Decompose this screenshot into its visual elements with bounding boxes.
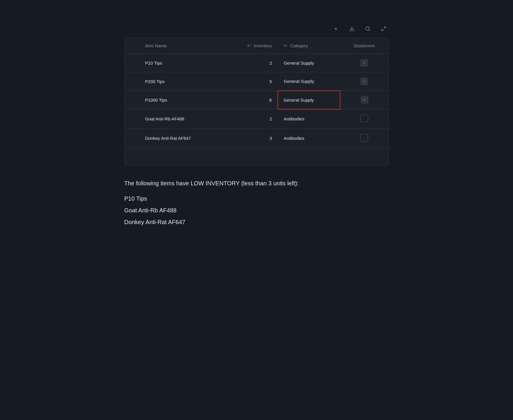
add-button[interactable]: + [331, 23, 341, 34]
cell-inventory[interactable]: 5 [224, 72, 278, 91]
cell-item-name[interactable] [139, 148, 224, 166]
inventory-sort-icon: ≡↑ [247, 43, 251, 48]
cell-row-num [125, 91, 139, 109]
cell-row-num [125, 54, 139, 72]
low-inventory-list: P10 TipsGoat Anti-Rb AF488Donkey Anti-Ra… [124, 194, 389, 227]
cell-item-name[interactable]: P10 Tips [139, 54, 224, 72]
low-inventory-section: The following items have LOW INVENTORY (… [124, 180, 389, 229]
cell-row-num [125, 129, 139, 148]
cell-stockroom[interactable]: ✓ [340, 54, 389, 72]
inventory-table: Item Name ≡↑ Inventory ≡↑ Category [125, 38, 389, 166]
table-row: Goat Anti-Rb AF4882Antibodies [125, 109, 389, 129]
low-inventory-item: Donkey Anti-Rat AF647 [124, 217, 389, 227]
col-header-item-name[interactable]: Item Name [139, 38, 224, 54]
search-button[interactable] [362, 23, 373, 34]
table-row: P1000 Tips8General Supply✓ [125, 91, 389, 109]
cell-item-name[interactable]: P1000 Tips [139, 91, 224, 109]
cell-stockroom[interactable] [340, 148, 389, 166]
col-header-category[interactable]: ≡↑ Category [278, 38, 340, 54]
toolbar: + [331, 23, 389, 34]
low-inventory-title: The following items have LOW INVENTORY (… [124, 180, 389, 187]
cell-category[interactable]: General Supply [278, 54, 340, 72]
table-row: P200 Tips5General Supply✓ [125, 72, 389, 91]
table-header-row: Item Name ≡↑ Inventory ≡↑ Category [125, 38, 389, 54]
checkbox-unchecked-icon[interactable] [360, 134, 368, 142]
table-row: Donkey Anti-Rat AF6473Antibodies [125, 129, 389, 148]
cell-inventory[interactable]: 3 [224, 129, 278, 148]
col-header-stockroom: Stockroom [340, 38, 389, 54]
download-button[interactable] [347, 23, 357, 34]
checkbox-checked-icon[interactable]: ✓ [361, 96, 368, 104]
cell-category[interactable]: Antibodies [278, 129, 340, 148]
cell-item-name[interactable]: P200 Tips [139, 72, 224, 91]
table-row: P10 Tips2General Supply✓ [125, 54, 389, 72]
checkbox-checked-icon[interactable]: ✓ [360, 59, 368, 67]
cell-item-name[interactable]: Donkey Anti-Rat AF647 [139, 129, 224, 148]
cell-category[interactable]: General Supply [278, 91, 340, 109]
cell-inventory[interactable]: 2 [224, 109, 278, 129]
svg-line-4 [382, 29, 383, 31]
low-inventory-item: Goat Anti-Rb AF488 [124, 206, 389, 215]
checkbox-unchecked-icon[interactable] [360, 115, 368, 122]
category-sort-icon: ≡↑ [284, 43, 288, 48]
cell-category[interactable]: General Supply [278, 72, 340, 91]
cell-row-num [125, 109, 139, 129]
inventory-table-wrapper: Item Name ≡↑ Inventory ≡↑ Category [124, 38, 389, 166]
cell-row-num [125, 148, 139, 166]
cell-stockroom[interactable]: ✓ [340, 72, 389, 91]
expand-button[interactable] [378, 23, 389, 34]
table-row [125, 148, 389, 166]
svg-line-2 [369, 30, 370, 31]
svg-line-3 [384, 27, 385, 28]
cell-inventory[interactable]: 8 [224, 91, 278, 109]
cell-row-num [125, 72, 139, 91]
checkbox-checked-icon[interactable]: ✓ [360, 78, 368, 85]
low-inventory-item: P10 Tips [124, 194, 389, 203]
page-container: + [124, 23, 389, 229]
cell-category[interactable]: Antibodies [278, 109, 340, 129]
cell-inventory[interactable] [224, 148, 278, 166]
col-header-inventory[interactable]: ≡↑ Inventory [224, 38, 278, 54]
col-header-row-num [125, 38, 139, 54]
cell-stockroom[interactable] [340, 109, 389, 129]
cell-stockroom[interactable]: ✓ [340, 91, 389, 109]
cell-inventory[interactable]: 2 [224, 54, 278, 72]
cell-item-name[interactable]: Goat Anti-Rb AF488 [139, 109, 224, 129]
cell-stockroom[interactable] [340, 129, 389, 148]
cell-category[interactable] [278, 148, 340, 166]
